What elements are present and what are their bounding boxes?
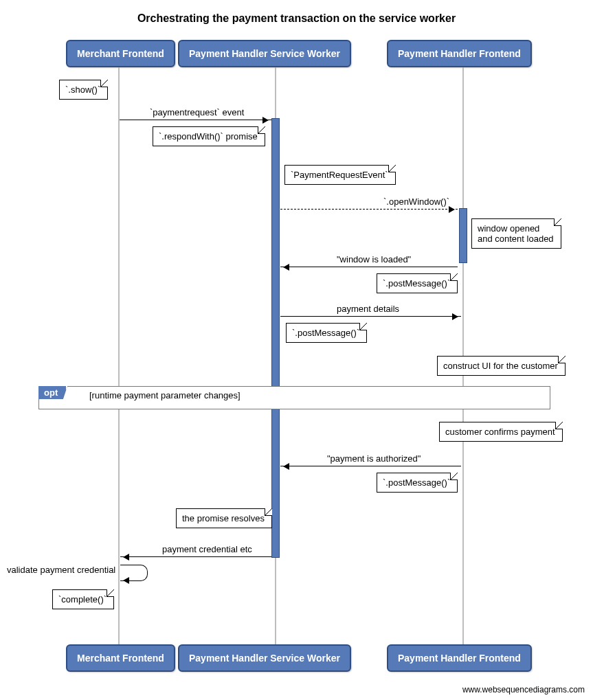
arrow-paymentrequest xyxy=(120,120,271,120)
selfmsg-validate xyxy=(120,565,148,581)
footer-credit: www.websequencediagrams.com xyxy=(462,685,585,695)
arrow-window-loaded xyxy=(280,267,458,267)
actor-merchant-top: Merchant Frontend xyxy=(66,40,175,67)
note-postmessage-1: `.postMessage()` xyxy=(377,273,458,293)
note-show: `.show()` xyxy=(59,80,108,100)
note-pre: `PaymentRequestEvent` xyxy=(284,165,396,185)
actor-merchant-bottom: Merchant Frontend xyxy=(66,644,175,672)
actor-sw-top: Payment Handler Service Worker xyxy=(178,40,351,67)
activation-sw xyxy=(271,118,280,558)
note-postmessage-2: `.postMessage()` xyxy=(286,323,367,343)
arrow-payment-auth xyxy=(280,466,461,466)
label-window-loaded: "window is loaded" xyxy=(337,254,411,264)
note-complete: `complete()` xyxy=(52,589,114,609)
activation-frontend xyxy=(459,208,467,263)
label-paymentrequest: `paymentrequest` event xyxy=(150,107,244,117)
note-construct-ui: construct UI for the customer xyxy=(437,356,566,376)
actor-frontend-bottom: Payment Handler Frontend xyxy=(387,644,532,672)
arrow-payment-details xyxy=(280,316,461,317)
opt-condition: [runtime payment parameter changes] xyxy=(89,390,240,400)
label-validate: validate payment credential xyxy=(7,565,115,575)
note-promise-resolves: the promise resolves xyxy=(176,508,272,528)
diagram-title: Orchestrating the payment transaction on… xyxy=(0,12,593,25)
label-payment-cred: payment credential etc xyxy=(162,544,252,554)
opt-label: opt xyxy=(38,386,67,399)
label-payment-details: payment details xyxy=(337,304,399,314)
arrow-payment-cred xyxy=(120,556,271,557)
arrow-openwindow xyxy=(280,209,458,210)
actor-frontend-top: Payment Handler Frontend xyxy=(387,40,532,67)
label-openwindow: `.openWindow()` xyxy=(383,196,449,207)
note-postmessage-3: `.postMessage()` xyxy=(377,473,458,493)
note-respondwith: `.respondWith()` promise xyxy=(153,126,265,146)
note-customer-confirms: customer confirms payment xyxy=(439,422,563,442)
actor-sw-bottom: Payment Handler Service Worker xyxy=(178,644,351,672)
note-window-opened: window opened and content loaded xyxy=(471,218,561,249)
label-payment-auth: "payment is authorized" xyxy=(327,453,421,464)
